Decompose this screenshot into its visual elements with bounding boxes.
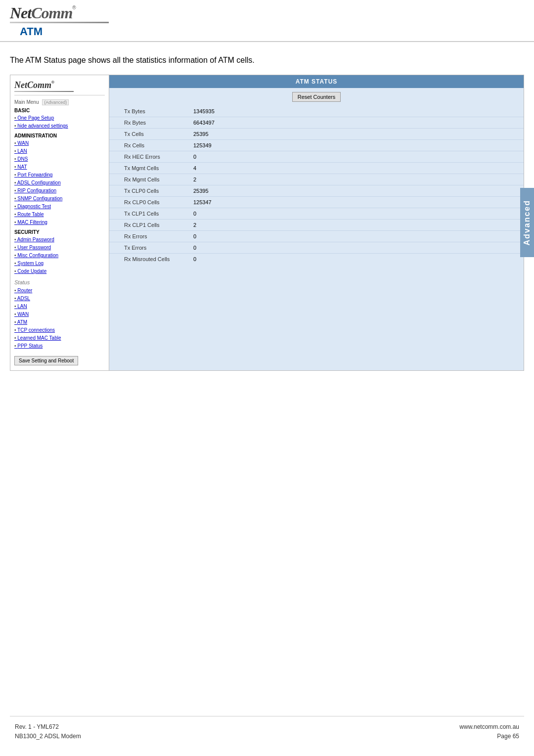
sidebar-item-route-table[interactable]: Route Table (14, 211, 105, 219)
main-content: NetComm ® Main Menu (Advanced) BASIC One… (10, 75, 524, 371)
section-status: Status (14, 279, 105, 285)
stat-row: Tx Bytes1345935 (109, 106, 524, 117)
intro-text: The ATM Status page shows all the statis… (0, 42, 534, 75)
sidebar-item-atm[interactable]: ATM (14, 318, 105, 326)
stat-value: 1345935 (193, 108, 233, 114)
footer-divider (10, 716, 524, 716)
logo: NetComm (10, 5, 72, 21)
sidebar-item-rip-configuration[interactable]: RIP Configuration (14, 187, 105, 195)
footer-rev: Rev. 1 - YML672 (15, 722, 81, 732)
header: NetComm ® ATM (0, 0, 534, 42)
sidebar-item-code-update[interactable]: Code Update (14, 267, 105, 275)
sidebar-item-adsl[interactable]: ADSL (14, 295, 105, 303)
stat-row: Tx CLP0 Cells25395 (109, 185, 524, 197)
sidebar-logo-reg: ® (51, 80, 54, 85)
footer-page: Page 65 (459, 732, 519, 741)
stat-row: Rx Mgmt Cells2 (109, 174, 524, 185)
stat-row: Tx Cells25395 (109, 129, 524, 140)
stat-value: 25395 (193, 131, 233, 137)
logo-area: NetComm ® ATM (10, 5, 109, 38)
sidebar-item-one-page-setup[interactable]: One Page Setup (14, 114, 105, 122)
stat-value: 4 (193, 165, 233, 171)
atm-status-title: ATM STATUS (109, 75, 524, 88)
stat-value: 25395 (193, 188, 233, 194)
stat-label: Tx CLP0 Cells (124, 188, 193, 194)
sidebar-item-adsl-configuration[interactable]: ADSL Configuration (14, 179, 105, 187)
sidebar-item-wan-status[interactable]: WAN (14, 311, 105, 318)
sidebar-logo: NetComm ® (14, 80, 105, 95)
sidebar-item-mac-filtering[interactable]: MAC Filtering (14, 219, 105, 226)
stat-row: Rx CLP0 Cells125347 (109, 197, 524, 208)
stat-label: Rx CLP1 Cells (124, 222, 193, 228)
footer: Rev. 1 - YML672 NB1300_2 ADSL Modem www.… (0, 722, 534, 741)
sidebar-item-snmp-configuration[interactable]: SNMP Configuration (14, 195, 105, 203)
stat-row: Rx Cells125349 (109, 140, 524, 151)
stat-label: Rx CLP0 Cells (124, 199, 193, 205)
stat-label: Rx Bytes (124, 120, 193, 126)
sidebar-item-lan-status[interactable]: LAN (14, 303, 105, 311)
sidebar-item-port-forwarding[interactable]: Port Forwarding (14, 171, 105, 179)
stat-value: 2 (193, 177, 233, 182)
sidebar-item-nat[interactable]: NAT (14, 163, 105, 171)
save-setting-button[interactable]: Save Setting and Reboot (14, 356, 78, 365)
stat-label: Tx Mgmt Cells (124, 165, 193, 171)
stat-value: 125347 (193, 199, 233, 205)
stat-row: Tx Mgmt Cells4 (109, 163, 524, 174)
sidebar-item-system-log[interactable]: System Log (14, 260, 105, 267)
stat-label: Rx Cells (124, 142, 193, 148)
page-title: ATM (10, 25, 109, 38)
stat-value: 0 (193, 233, 233, 239)
stat-value: 2 (193, 222, 233, 228)
stat-value: 0 (193, 256, 233, 262)
stat-label: Tx Bytes (124, 108, 193, 114)
sidebar-item-ppp-status[interactable]: PPP Status (14, 342, 105, 350)
footer-right: www.netcomm.com.au Page 65 (459, 722, 519, 741)
section-admin: ADMINISTRATION (14, 133, 105, 138)
stat-row: Tx CLP1 Cells0 (109, 208, 524, 220)
content-panel: ATM STATUS Reset Counters Tx Bytes134593… (109, 75, 524, 370)
reset-counters-button[interactable]: Reset Counters (292, 92, 341, 102)
stat-label: Rx Mgmt Cells (124, 177, 193, 182)
sidebar-item-learned-mac-table[interactable]: Learned MAC Table (14, 334, 105, 342)
reset-btn-row: Reset Counters (109, 88, 524, 106)
stat-value: 0 (193, 154, 233, 160)
sidebar-logo-text: NetComm (14, 80, 51, 90)
sidebar-item-lan[interactable]: LAN (14, 147, 105, 155)
sidebar: NetComm ® Main Menu (Advanced) BASIC One… (10, 75, 109, 370)
stat-row: Rx Misrouted Cells0 (109, 254, 524, 265)
stat-row: Rx CLP1 Cells2 (109, 220, 524, 231)
sidebar-item-router[interactable]: Router (14, 287, 105, 295)
stat-label: Rx HEC Errors (124, 154, 193, 160)
stat-value: 0 (193, 245, 233, 251)
stat-label: Rx Errors (124, 233, 193, 239)
stat-label: Tx Errors (124, 245, 193, 251)
stat-value: 125349 (193, 142, 233, 148)
sidebar-item-user-password[interactable]: User Password (14, 244, 105, 252)
advanced-badge: (Advanced) (42, 99, 69, 105)
stat-label: Tx Cells (124, 131, 193, 137)
logo-reg: ® (72, 5, 76, 10)
footer-model: NB1300_2 ADSL Modem (15, 732, 81, 741)
sidebar-item-tcp-connections[interactable]: TCP connections (14, 326, 105, 334)
sidebar-item-misc-configuration[interactable]: Misc Configuration (14, 252, 105, 260)
advanced-tab[interactable]: Advanced (520, 188, 534, 257)
stat-label: Rx Misrouted Cells (124, 256, 193, 262)
sidebar-item-hide-advanced[interactable]: hide advanced settings (14, 122, 105, 130)
stats-list: Tx Bytes1345935Rx Bytes6643497Tx Cells25… (109, 106, 524, 265)
footer-website: www.netcomm.com.au (459, 722, 519, 732)
sidebar-item-diagnostic-test[interactable]: Diagnostic Test (14, 203, 105, 211)
sidebar-logo-line (14, 91, 74, 92)
section-security: SECURITY (14, 229, 105, 235)
stat-value: 0 (193, 211, 233, 217)
sidebar-item-dns[interactable]: DNS (14, 155, 105, 163)
advanced-tab-label: Advanced (523, 200, 532, 245)
footer-left: Rev. 1 - YML672 NB1300_2 ADSL Modem (15, 722, 81, 741)
stat-row: Rx HEC Errors0 (109, 151, 524, 163)
stat-row: Rx Bytes6643497 (109, 117, 524, 129)
logo-line (10, 22, 109, 23)
sidebar-item-wan[interactable]: WAN (14, 139, 105, 147)
section-basic: BASIC (14, 108, 105, 113)
sidebar-item-admin-password[interactable]: Admin Password (14, 236, 105, 244)
stat-label: Tx CLP1 Cells (124, 211, 193, 217)
stat-value: 6643497 (193, 120, 233, 126)
